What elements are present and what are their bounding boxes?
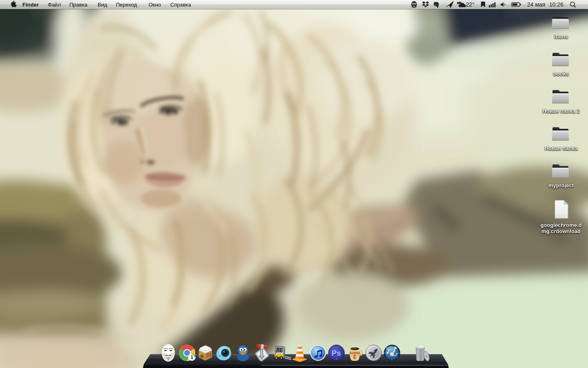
svg-text:22°: 22° (466, 1, 474, 8)
svg-text:10:26: 10:26 (549, 1, 564, 8)
svg-text:Ё: Ё (353, 354, 356, 360)
svg-text:71: 71 (207, 352, 212, 357)
svg-text:24 мая: 24 мая (527, 1, 545, 8)
svg-text:1: 1 (191, 355, 194, 360)
svg-text:Ps: Ps (332, 349, 341, 357)
